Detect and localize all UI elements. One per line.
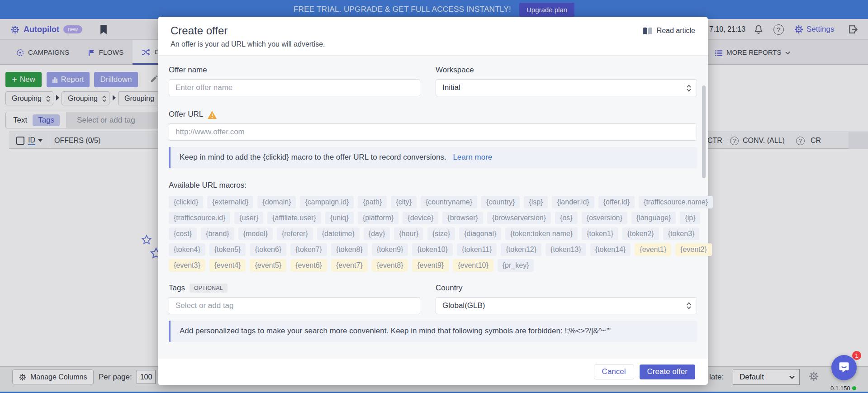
create-offer-button[interactable]: Create offer [640,365,695,379]
macros-label: Available URL macros: [169,181,697,190]
macro-chip[interactable]: {countryname} [421,196,477,208]
macro-chip[interactable]: {event4} [209,259,246,272]
macro-chip[interactable]: {event7} [331,259,368,272]
macro-chip[interactable]: {osversion} [582,212,627,224]
macro-chip[interactable]: {os} [555,212,578,224]
app-screen: FREE TRIAL. UPGRADE & GET FULL ACCESS IN… [0,0,868,393]
macro-row: {token4}{token5}{token6}{token7}{token8}… [169,243,697,256]
read-article-link[interactable]: Read article [643,27,695,35]
clickid-note: Keep in mind to add the {clickid} macro … [169,147,697,168]
learn-more-link[interactable]: Learn more [453,153,492,161]
macro-chip[interactable]: {token12} [501,243,541,256]
offer-url-input[interactable] [169,123,697,141]
macro-chip[interactable]: {event6} [290,259,327,272]
tags-label: Tags [169,284,185,293]
macro-chip[interactable]: {uniq} [325,212,354,224]
updown-icon [687,83,691,92]
macro-chip[interactable]: {event10} [453,259,493,272]
macro-chip[interactable]: {event9} [412,259,449,272]
macro-chip[interactable]: {ip} [680,212,700,224]
macro-chip[interactable]: {hour} [394,227,423,240]
macro-chip[interactable]: {token7} [290,243,327,256]
read-article-label: Read article [657,27,695,35]
macro-chip[interactable]: {device} [403,212,438,224]
offer-name-input[interactable] [169,79,420,96]
macro-chip[interactable]: {user} [234,212,263,224]
macro-row: {trafficsource.id}{user}{affiliate.user}… [169,212,697,224]
macro-chip[interactable]: {token6} [250,243,286,256]
macro-chip[interactable]: {campaign.id} [300,196,354,208]
macro-chip[interactable]: {lander.id} [552,196,594,208]
book-icon [643,27,653,35]
macro-rows: {clickid}{externalid}{domain}{campaign.i… [169,196,697,272]
macro-chip[interactable]: {token:token name} [505,227,578,240]
macro-chip[interactable]: {event1} [635,243,671,256]
macro-chip[interactable]: {token4} [169,243,205,256]
macro-chip[interactable]: {event8} [372,259,408,272]
macro-chip[interactable]: {pr_key} [498,259,534,272]
macro-chip[interactable]: {offer.id} [598,196,635,208]
optional-badge: OPTIONAL [190,284,228,293]
macro-chip[interactable]: {clickid} [169,196,203,208]
macro-chip[interactable]: {browserversion} [487,212,551,224]
macro-chip[interactable]: {path} [358,196,387,208]
cancel-button[interactable]: Cancel [594,365,634,379]
macro-chip[interactable]: {event5} [250,259,286,272]
macro-chip[interactable]: {brand} [201,227,234,240]
updown-icon [687,301,691,310]
chat-icon [838,361,850,374]
macro-chip[interactable]: {isp} [524,196,548,208]
status-dot [852,386,856,390]
macro-chip[interactable]: {platform} [358,212,398,224]
country-value: Global(GLB) [442,301,485,310]
macro-chip[interactable]: {token9} [372,243,408,256]
modal-scrollbar[interactable] [702,85,706,178]
chat-widget-button[interactable] [831,355,857,380]
tags-note: Add personalized tags to make your searc… [169,321,697,342]
macro-chip[interactable]: {language} [631,212,676,224]
macro-chip[interactable]: {day} [364,227,390,240]
macro-chip[interactable]: {event2} [675,243,712,256]
workspace-select[interactable]: Initial [436,79,697,96]
macro-chip[interactable]: {token13} [545,243,586,256]
tags-input[interactable] [169,297,420,314]
macro-chip[interactable]: {token11} [457,243,497,256]
macro-chip[interactable]: {model} [238,227,273,240]
country-label: Country [436,284,697,293]
macro-chip[interactable]: {cost} [169,227,197,240]
macro-row: {event3}{event4}{event5}{event6}{event7}… [169,259,697,272]
chat-unread-badge: 1 [852,351,861,360]
macro-chip[interactable]: {token5} [209,243,246,256]
macro-chip[interactable]: {token10} [412,243,453,256]
macro-chip[interactable]: {token1} [582,227,618,240]
macro-chip[interactable]: {diagonal} [459,227,501,240]
modal-header: Create offer An offer is your ad URL whi… [158,17,708,56]
version-number: 0.1.150 [830,385,850,392]
version-indicator: 0.1.150 [830,385,856,392]
macro-chip[interactable]: {domain} [257,196,296,208]
create-offer-modal: Create offer An offer is your ad URL whi… [158,17,708,385]
workspace-value: Initial [442,83,460,92]
macro-chip[interactable]: {datetime} [317,227,360,240]
macro-chip[interactable]: {event3} [169,259,205,272]
macro-chip[interactable]: {token2} [622,227,659,240]
country-select[interactable]: Global(GLB) [436,297,697,314]
macro-chip[interactable]: {country} [481,196,520,208]
macro-chip[interactable]: {affiliate.user} [267,212,321,224]
macro-chip[interactable]: {referer} [277,227,313,240]
macro-chip[interactable]: {token3} [663,227,700,240]
offer-name-label: Offer name [169,66,420,75]
macro-chip[interactable]: {city} [391,196,417,208]
macro-chip[interactable]: {trafficsource.name} [639,196,713,208]
clickid-note-text: Keep in mind to add the {clickid} macro … [180,153,446,161]
modal-body: Offer name Workspace Initial Offer URL [158,56,708,359]
macro-chip[interactable]: {externalid} [207,196,253,208]
modal-subtitle: An offer is your ad URL which you will a… [171,40,695,48]
macro-row: {cost}{brand}{model}{referer}{datetime}{… [169,227,697,240]
macro-chip[interactable]: {token8} [331,243,368,256]
macro-chip[interactable]: {size} [427,227,455,240]
macro-chip[interactable]: {token14} [590,243,631,256]
macro-chip[interactable]: {trafficsource.id} [169,212,230,224]
modal-title: Create offer [171,24,695,37]
macro-chip[interactable]: {browser} [442,212,483,224]
